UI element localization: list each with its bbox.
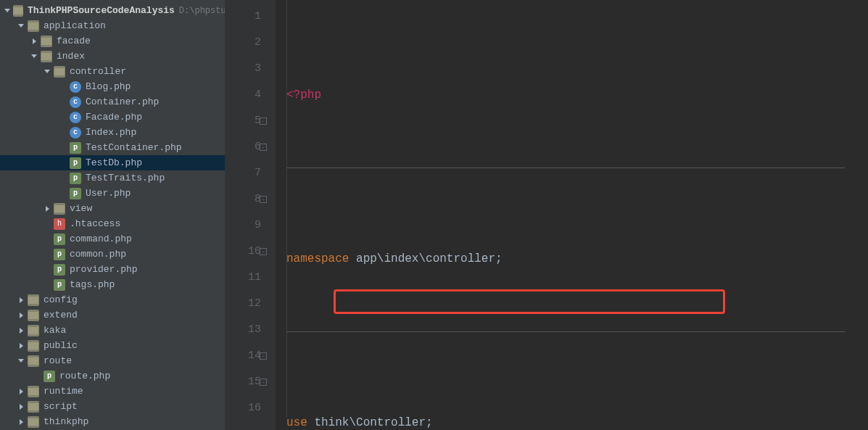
file-label: common.php	[70, 249, 126, 260]
code-area[interactable]: <?php namespace app\index\controller; us…	[276, 0, 868, 430]
code-line-1: <?php	[286, 82, 868, 108]
fold-marker-icon[interactable]: -	[260, 352, 267, 360]
folder-icon	[28, 386, 39, 397]
folder-public[interactable]: public	[0, 338, 225, 353]
chevron-down-icon	[30, 53, 38, 60]
folder-view[interactable]: view	[0, 201, 225, 216]
folder-icon	[28, 416, 39, 428]
file-label: Index.php	[86, 127, 136, 138]
folder-label: thinkphp	[44, 416, 88, 427]
folder-script[interactable]: script	[0, 399, 225, 414]
chevron-down-icon	[17, 22, 25, 30]
chevron-down-icon	[4, 7, 10, 15]
file-testcontainer[interactable]: pTestContainer.php	[0, 140, 225, 155]
line-number: 1	[225, 4, 261, 30]
folder-icon	[28, 340, 39, 352]
file-facade[interactable]: CFacade.php	[0, 109, 225, 125]
php-file-icon: p	[70, 142, 81, 154]
folder-runtime[interactable]: runtime	[0, 384, 225, 399]
file-container[interactable]: CContainer.php	[0, 94, 225, 109]
folder-route[interactable]: route	[0, 353, 225, 368]
line-number: 6-	[225, 134, 261, 160]
file-blog[interactable]: CBlog.php	[0, 79, 225, 94]
folder-kaka[interactable]: kaka	[0, 323, 225, 338]
line-number: 14-	[225, 343, 261, 369]
file-index[interactable]: CIndex.php	[0, 125, 225, 140]
file-label: tags.php	[70, 279, 115, 290]
folder-icon	[28, 325, 39, 336]
chevron-right-icon	[17, 403, 25, 410]
line-number: 5-	[225, 108, 261, 134]
file-user[interactable]: pUser.php	[0, 186, 225, 201]
file-testtraits[interactable]: pTestTraits.php	[0, 170, 225, 186]
file-label: TestContainer.php	[86, 142, 182, 153]
folder-label: index	[57, 51, 85, 62]
php-file-icon: p	[70, 173, 81, 184]
code-line-2	[286, 168, 868, 194]
line-number: 8-	[225, 186, 261, 212]
chevron-right-icon	[17, 418, 25, 426]
php-file-icon: p	[44, 371, 55, 382]
file-command[interactable]: pcommand.php	[0, 231, 225, 247]
fold-marker-icon[interactable]: -	[260, 117, 267, 125]
file-testdb[interactable]: pTestDb.php	[0, 155, 225, 170]
php-class-icon: C	[70, 96, 81, 108]
chevron-right-icon	[17, 312, 25, 319]
file-label: command.php	[70, 233, 132, 244]
folder-icon	[54, 66, 65, 78]
file-htaccess[interactable]: h.htaccess	[0, 216, 225, 231]
php-file-icon: p	[54, 249, 65, 260]
file-provider[interactable]: pprovider.php	[0, 262, 225, 277]
line-number: 15-	[225, 369, 261, 395]
file-label: route.php	[59, 371, 110, 381]
folder-icon	[28, 310, 39, 321]
folder-controller[interactable]: controller	[0, 64, 225, 79]
token-namespace: think\Controller	[307, 416, 426, 429]
folder-label: script	[44, 401, 78, 412]
php-file-icon: p	[54, 233, 65, 245]
folder-icon	[41, 36, 52, 47]
file-label: Facade.php	[86, 112, 142, 123]
fold-marker-icon[interactable]: -	[260, 248, 267, 255]
folder-icon	[41, 51, 52, 62]
chevron-right-icon	[44, 205, 51, 212]
folder-icon	[28, 401, 39, 413]
file-tags[interactable]: ptags.php	[0, 277, 225, 292]
line-number: 3	[225, 56, 261, 82]
folder-label: facade	[57, 36, 91, 46]
folder-config[interactable]: config	[0, 292, 225, 307]
project-path: D:\phpstudy	[179, 6, 225, 16]
line-number: 4	[225, 82, 261, 108]
fold-marker-icon[interactable]: -	[260, 144, 267, 151]
file-common[interactable]: pcommon.php	[0, 247, 225, 262]
folder-label: extend	[44, 310, 78, 321]
fold-marker-icon[interactable]: -	[260, 379, 267, 386]
folder-label: controller	[70, 66, 126, 77]
line-number: 13	[225, 317, 261, 343]
code-line-4	[286, 331, 868, 357]
htaccess-icon: h	[54, 218, 65, 230]
token-keyword: use	[286, 416, 307, 429]
chevron-right-icon	[17, 297, 25, 304]
token-semi: ;	[495, 252, 503, 265]
line-number: 11	[225, 265, 261, 291]
file-label: TestTraits.php	[86, 173, 165, 183]
folder-label: runtime	[44, 386, 83, 397]
line-number: 16	[225, 395, 261, 421]
folder-icon	[28, 355, 39, 367]
project-root[interactable]: ThinkPHPSourceCodeAnalysis D:\phpstudy	[0, 3, 225, 18]
line-number: 2	[225, 30, 261, 56]
file-label: Container.php	[86, 96, 159, 107]
file-label: Blog.php	[86, 81, 131, 92]
folder-application[interactable]: application	[0, 18, 225, 33]
line-number: 10-	[225, 239, 261, 265]
file-route[interactable]: proute.php	[0, 368, 225, 384]
folder-index[interactable]: index	[0, 49, 225, 64]
project-name: ThinkPHPSourceCodeAnalysis	[28, 5, 175, 16]
folder-facade[interactable]: facade	[0, 33, 225, 49]
code-editor[interactable]: 1 2 3 4 5- 6- 7 8- 9 10- 11 12 13 14- 15…	[225, 0, 868, 430]
folder-thinkphp[interactable]: thinkphp	[0, 414, 225, 429]
chevron-right-icon	[30, 38, 38, 45]
fold-marker-icon[interactable]: -	[260, 196, 267, 203]
folder-extend[interactable]: extend	[0, 307, 225, 323]
